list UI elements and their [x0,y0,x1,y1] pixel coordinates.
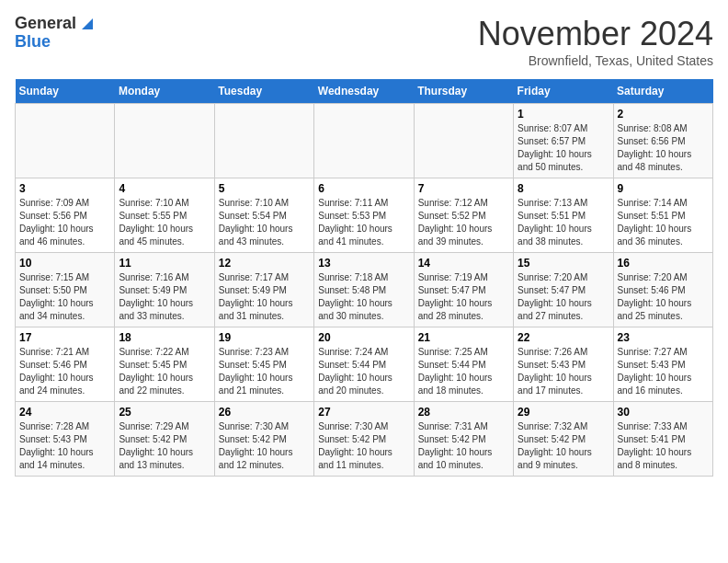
day-number: 16 [618,257,709,270]
calendar-cell: 22Sunrise: 7:26 AM Sunset: 5:43 PM Dayli… [514,327,613,402]
calendar-cell [16,104,115,178]
calendar-cell: 5Sunrise: 7:10 AM Sunset: 5:54 PM Daylig… [214,178,313,253]
calendar-week-row: 1Sunrise: 8:07 AM Sunset: 6:57 PM Daylig… [16,104,713,178]
calendar-cell: 26Sunrise: 7:30 AM Sunset: 5:42 PM Dayli… [214,402,313,477]
day-number: 20 [318,331,409,344]
calendar-header-row: SundayMondayTuesdayWednesdayThursdayFrid… [16,79,713,104]
day-number: 13 [318,257,409,270]
col-header-thursday: Thursday [414,79,513,104]
day-number: 19 [219,331,310,344]
day-number: 29 [518,406,609,419]
day-number: 6 [318,182,409,195]
calendar-week-row: 24Sunrise: 7:28 AM Sunset: 5:43 PM Dayli… [16,402,713,477]
day-number: 18 [119,331,210,344]
day-number: 25 [119,406,210,419]
calendar-cell: 2Sunrise: 8:08 AM Sunset: 6:56 PM Daylig… [613,104,712,178]
day-info: Sunrise: 7:20 AM Sunset: 5:47 PM Dayligh… [518,272,592,321]
day-info: Sunrise: 7:10 AM Sunset: 5:55 PM Dayligh… [119,198,193,247]
calendar-cell: 27Sunrise: 7:30 AM Sunset: 5:42 PM Dayli… [314,402,414,477]
day-number: 21 [418,331,509,344]
day-number: 15 [518,257,609,270]
day-info: Sunrise: 7:21 AM Sunset: 5:46 PM Dayligh… [19,347,94,396]
page-header: General Blue November 2024 Brownfield, T… [15,15,713,68]
day-info: Sunrise: 7:16 AM Sunset: 5:49 PM Dayligh… [119,272,193,321]
col-header-saturday: Saturday [613,79,712,104]
calendar-title-block: November 2024 Brownfield, Texas, United … [478,15,713,68]
day-number: 22 [518,331,609,344]
calendar-subtitle: Brownfield, Texas, United States [478,53,713,68]
day-info: Sunrise: 7:23 AM Sunset: 5:45 PM Dayligh… [219,347,293,396]
calendar-cell [115,104,214,178]
day-number: 5 [219,182,310,195]
day-info: Sunrise: 7:25 AM Sunset: 5:44 PM Dayligh… [418,347,493,396]
calendar-cell: 14Sunrise: 7:19 AM Sunset: 5:47 PM Dayli… [414,253,513,327]
day-info: Sunrise: 7:22 AM Sunset: 5:45 PM Dayligh… [119,347,193,396]
day-number: 17 [19,331,110,344]
day-info: Sunrise: 7:31 AM Sunset: 5:42 PM Dayligh… [418,421,493,470]
calendar-cell: 24Sunrise: 7:28 AM Sunset: 5:43 PM Dayli… [16,402,115,477]
day-number: 30 [618,406,709,419]
day-number: 10 [19,257,110,270]
day-number: 8 [518,182,609,195]
calendar-cell [214,104,313,178]
day-info: Sunrise: 7:20 AM Sunset: 5:46 PM Dayligh… [618,272,692,321]
logo-general: General [15,15,76,33]
calendar-cell: 29Sunrise: 7:32 AM Sunset: 5:42 PM Dayli… [514,402,613,477]
day-number: 23 [618,331,709,344]
calendar-table: SundayMondayTuesdayWednesdayThursdayFrid… [15,79,713,477]
day-info: Sunrise: 7:14 AM Sunset: 5:51 PM Dayligh… [618,198,692,247]
day-number: 14 [418,257,509,270]
calendar-cell: 18Sunrise: 7:22 AM Sunset: 5:45 PM Dayli… [115,327,214,402]
day-info: Sunrise: 8:08 AM Sunset: 6:56 PM Dayligh… [618,123,692,172]
calendar-cell: 20Sunrise: 7:24 AM Sunset: 5:44 PM Dayli… [314,327,414,402]
calendar-cell: 9Sunrise: 7:14 AM Sunset: 5:51 PM Daylig… [613,178,712,253]
day-info: Sunrise: 7:11 AM Sunset: 5:53 PM Dayligh… [318,198,392,247]
calendar-cell: 19Sunrise: 7:23 AM Sunset: 5:45 PM Dayli… [214,327,313,402]
calendar-cell: 3Sunrise: 7:09 AM Sunset: 5:56 PM Daylig… [16,178,115,253]
calendar-cell: 28Sunrise: 7:31 AM Sunset: 5:42 PM Dayli… [414,402,513,477]
day-info: Sunrise: 7:17 AM Sunset: 5:49 PM Dayligh… [219,272,293,321]
day-number: 11 [119,257,210,270]
calendar-cell: 11Sunrise: 7:16 AM Sunset: 5:49 PM Dayli… [115,253,214,327]
day-info: Sunrise: 7:19 AM Sunset: 5:47 PM Dayligh… [418,272,493,321]
day-number: 12 [219,257,310,270]
day-info: Sunrise: 7:10 AM Sunset: 5:54 PM Dayligh… [219,198,293,247]
calendar-cell: 16Sunrise: 7:20 AM Sunset: 5:46 PM Dayli… [613,253,712,327]
col-header-tuesday: Tuesday [214,79,313,104]
day-number: 2 [618,108,709,121]
calendar-cell: 4Sunrise: 7:10 AM Sunset: 5:55 PM Daylig… [115,178,214,253]
col-header-friday: Friday [514,79,613,104]
day-number: 28 [418,406,509,419]
calendar-cell: 7Sunrise: 7:12 AM Sunset: 5:52 PM Daylig… [414,178,513,253]
calendar-cell: 12Sunrise: 7:17 AM Sunset: 5:49 PM Dayli… [214,253,313,327]
day-info: Sunrise: 7:29 AM Sunset: 5:42 PM Dayligh… [119,421,193,470]
day-info: Sunrise: 7:24 AM Sunset: 5:44 PM Dayligh… [318,347,392,396]
day-info: Sunrise: 7:33 AM Sunset: 5:41 PM Dayligh… [618,421,692,470]
calendar-cell: 17Sunrise: 7:21 AM Sunset: 5:46 PM Dayli… [16,327,115,402]
logo-triangle-icon [78,17,93,31]
calendar-cell: 15Sunrise: 7:20 AM Sunset: 5:47 PM Dayli… [514,253,613,327]
day-info: Sunrise: 7:18 AM Sunset: 5:48 PM Dayligh… [318,272,392,321]
calendar-title: November 2024 [478,15,713,53]
col-header-monday: Monday [115,79,214,104]
calendar-cell: 6Sunrise: 7:11 AM Sunset: 5:53 PM Daylig… [314,178,414,253]
day-info: Sunrise: 7:15 AM Sunset: 5:50 PM Dayligh… [19,272,94,321]
day-number: 4 [119,182,210,195]
day-info: Sunrise: 7:26 AM Sunset: 5:43 PM Dayligh… [518,347,592,396]
day-info: Sunrise: 7:13 AM Sunset: 5:51 PM Dayligh… [518,198,592,247]
calendar-cell: 13Sunrise: 7:18 AM Sunset: 5:48 PM Dayli… [314,253,414,327]
logo-blue: Blue [15,33,51,52]
col-header-sunday: Sunday [16,79,115,104]
calendar-cell: 1Sunrise: 8:07 AM Sunset: 6:57 PM Daylig… [514,104,613,178]
calendar-cell: 25Sunrise: 7:29 AM Sunset: 5:42 PM Dayli… [115,402,214,477]
day-info: Sunrise: 7:27 AM Sunset: 5:43 PM Dayligh… [618,347,692,396]
day-info: Sunrise: 7:32 AM Sunset: 5:42 PM Dayligh… [518,421,592,470]
day-info: Sunrise: 7:09 AM Sunset: 5:56 PM Dayligh… [19,198,94,247]
logo: General Blue [15,15,93,52]
calendar-cell: 23Sunrise: 7:27 AM Sunset: 5:43 PM Dayli… [613,327,712,402]
day-number: 26 [219,406,310,419]
calendar-week-row: 3Sunrise: 7:09 AM Sunset: 5:56 PM Daylig… [16,178,713,253]
calendar-cell [314,104,414,178]
day-info: Sunrise: 7:30 AM Sunset: 5:42 PM Dayligh… [219,421,293,470]
day-number: 9 [618,182,709,195]
